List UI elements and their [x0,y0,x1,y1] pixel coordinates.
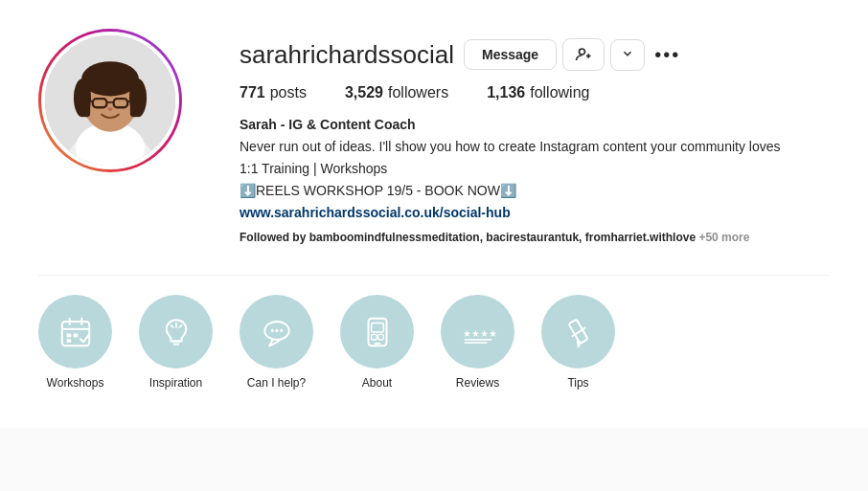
highlights-row: Workshops Inspiration Can I help? About … [38,275,830,409]
username: sarahrichardssocial [240,40,454,70]
highlight-circle-tips [541,295,615,368]
svg-rect-37 [371,334,377,340]
following-stat[interactable]: 1,136 following [487,84,589,101]
svg-point-32 [270,328,273,331]
bio-section: Sarah - IG & Content Coach Never run out… [240,115,781,246]
chevron-down-icon [621,47,634,60]
chevron-button[interactable] [610,39,645,71]
avatar-ring [38,29,182,172]
highlight-label-can-i-help: Can I help? [247,376,306,390]
svg-rect-38 [377,334,383,340]
svg-point-33 [275,328,278,331]
followers-count: 3,529 [345,84,383,101]
bio-line3: ⬇️REELS WORKSHOP 19/5 - BOOK NOW⬇️ [240,181,781,201]
stats-row: 771 posts 3,529 followers 1,136 followin… [240,84,781,101]
more-options-button[interactable]: ••• [651,44,684,66]
add-person-icon [575,46,592,63]
action-buttons: Message ••• [464,38,684,71]
highlight-label-reviews: Reviews [456,376,499,390]
highlight-circle-workshops [38,295,112,368]
svg-rect-23 [66,333,71,337]
followed-by-more[interactable]: +50 more [696,231,749,244]
message-button[interactable]: Message [464,39,557,70]
profile-container: sarahrichardssocial Message [0,0,868,428]
posts-label: posts [270,84,307,101]
highlight-item-reviews[interactable]: ★★★★★ Reviews [441,295,514,390]
highlight-item-can-i-help[interactable]: Can I help? [240,295,313,390]
highlight-item-tips[interactable]: Tips [541,295,615,390]
svg-point-34 [280,328,283,331]
bio-line2: 1:1 Training | Workshops [240,159,781,179]
highlight-label-inspiration: Inspiration [149,376,202,390]
svg-rect-19 [61,321,89,345]
svg-line-30 [179,324,181,326]
highlight-item-about[interactable]: About [340,295,414,390]
followers-label: followers [388,84,448,101]
following-label: following [530,84,589,101]
svg-rect-24 [73,333,78,337]
highlight-circle-can-i-help [240,295,313,368]
bio-followed-by: Followed by bamboomindfulnessmeditation,… [240,229,781,246]
svg-rect-36 [371,323,383,332]
highlight-circle-about [340,295,414,368]
avatar [41,32,179,169]
svg-line-29 [171,324,172,326]
highlight-circle-reviews: ★★★★★ [441,295,514,368]
svg-point-16 [580,49,585,55]
highlight-circle-inspiration [139,295,213,368]
profile-top: sarahrichardssocial Message [38,29,830,246]
bio-website-link[interactable]: www.sarahrichardssocial.co.uk/social-hub [240,203,781,223]
highlight-label-workshops: Workshops [47,376,104,390]
highlight-item-inspiration[interactable]: Inspiration [139,295,213,390]
posts-count: 771 [240,84,265,101]
avatar-image [45,35,175,166]
highlight-label-about: About [362,376,392,390]
followers-stat[interactable]: 3,529 followers [345,84,448,101]
followed-by-prefix: Followed by [240,231,309,244]
username-row: sarahrichardssocial Message [240,38,781,71]
following-count: 1,136 [487,84,525,101]
svg-text:★★★★★: ★★★★★ [463,327,496,338]
svg-rect-9 [130,101,139,117]
svg-point-15 [107,107,112,111]
highlight-item-workshops[interactable]: Workshops [38,295,112,390]
bio-line1: Never run out of ideas. I'll show you ho… [240,137,781,157]
highlight-label-tips: Tips [567,376,588,390]
follow-options-button[interactable] [562,38,605,71]
followed-by-accounts: bamboomindfulnessmeditation, bacirestaur… [309,231,696,244]
posts-stat: 771 posts [240,84,307,101]
svg-rect-8 [81,101,90,117]
bio-name: Sarah - IG & Content Coach [240,115,781,135]
profile-info: sarahrichardssocial Message [240,29,781,246]
svg-rect-25 [66,339,71,343]
